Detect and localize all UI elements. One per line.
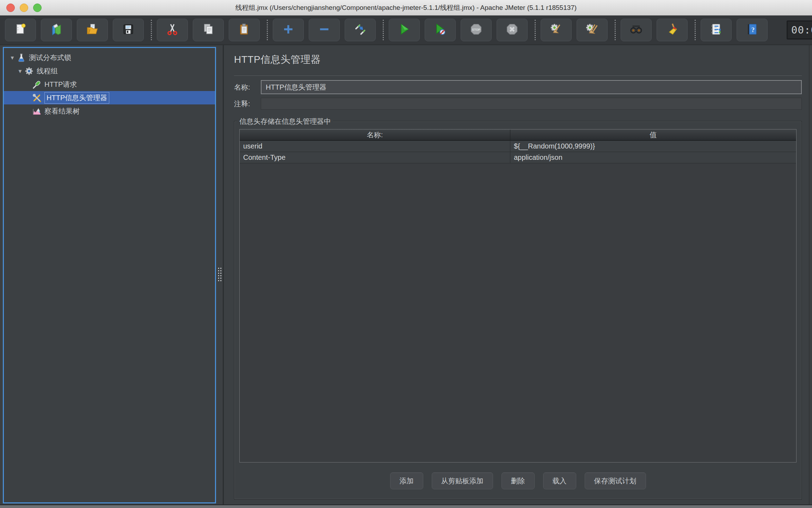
table-actions: 添加 从剪贴板添加 删除 载入 保存测试计划: [239, 462, 796, 499]
start-play-icon: [398, 23, 411, 37]
load-button[interactable]: 载入: [543, 472, 576, 489]
name-comment-fields: 名称: 注释:: [234, 75, 802, 113]
window-bottom-edge: [0, 504, 812, 508]
add-from-clipboard-button[interactable]: 从剪贴板添加: [432, 472, 493, 489]
paste-button[interactable]: [229, 19, 260, 41]
traffic-lights: [6, 4, 42, 12]
expand-triangle-icon[interactable]: ▼: [8, 55, 17, 61]
open-folder-icon: [86, 23, 99, 37]
help-book-icon: ?: [745, 23, 759, 37]
headers-table-scrollpane: 名称: 值 userid ${__Random(1000,9999)} Cont…: [239, 129, 796, 462]
shutdown-icon: [505, 23, 519, 37]
tree-item-label: 线程组: [37, 66, 58, 76]
start-button[interactable]: [389, 19, 420, 41]
header-value-cell[interactable]: ${__Random(1000,9999)}: [510, 140, 796, 152]
clear-gear-broom-icon: [549, 23, 563, 37]
paste-clipboard-icon: [238, 23, 251, 37]
toolbar-separator: [615, 20, 616, 40]
start-no-timers-icon: [433, 23, 447, 37]
name-label: 名称:: [234, 83, 261, 92]
tree-item-view-results-tree[interactable]: 察看结果树: [4, 104, 215, 118]
toolbar-separator: [267, 20, 268, 40]
templates-button[interactable]: [41, 19, 72, 41]
thread-group-icon: [24, 66, 34, 76]
function-helper-icon: [709, 23, 723, 37]
expand-triangle-icon[interactable]: ▼: [16, 68, 24, 74]
jmeter-window: 线程组.jmx (/Users/chengjiansheng/Component…: [0, 0, 812, 508]
search-binoculars-icon: [629, 23, 643, 37]
shutdown-button[interactable]: [497, 19, 528, 41]
function-helper-button[interactable]: [701, 19, 732, 41]
tree-item-test-plan[interactable]: ▼ 测试分布式锁: [4, 51, 215, 64]
test-plan-tree: ▼ 测试分布式锁 ▼ 线程组: [3, 47, 216, 503]
header-manager-icon: [32, 93, 42, 103]
cut-button[interactable]: [157, 19, 188, 41]
toolbar-separator: [383, 20, 384, 40]
copy-button[interactable]: [193, 19, 224, 41]
cut-scissors-icon: [166, 23, 179, 37]
name-row: 名称:: [234, 80, 802, 94]
toolbar: STOP: [0, 16, 812, 45]
header-name-cell[interactable]: userid: [240, 140, 510, 152]
tree-item-label: 测试分布式锁: [29, 53, 71, 62]
comment-input[interactable]: [261, 98, 802, 110]
zoom-button[interactable]: [33, 4, 42, 12]
tree-item-http-request[interactable]: HTTP请求: [4, 78, 215, 91]
clear-all-icon: [585, 23, 599, 37]
test-duration-timer: 00:00: [787, 20, 812, 40]
new-file-icon: [14, 23, 27, 37]
content-area: ▼ 测试分布式锁 ▼ 线程组: [0, 45, 812, 504]
clear-button[interactable]: [541, 19, 572, 41]
table-row: userid ${__Random(1000,9999)}: [240, 140, 796, 152]
panel-splitter[interactable]: [216, 45, 224, 504]
templates-icon: [50, 23, 63, 37]
svg-text:?: ?: [751, 26, 755, 34]
minimize-button[interactable]: [20, 4, 28, 12]
table-row: Content-Type application/json: [240, 152, 796, 163]
stop-icon: STOP: [469, 23, 483, 37]
stop-button[interactable]: STOP: [461, 19, 492, 41]
header-name-cell[interactable]: Content-Type: [240, 152, 510, 163]
remove-button[interactable]: [309, 19, 340, 41]
help-button[interactable]: ?: [737, 19, 768, 41]
open-button[interactable]: [77, 19, 108, 41]
add-button[interactable]: [273, 19, 304, 41]
new-button[interactable]: [5, 19, 36, 41]
toggle-icon: [353, 23, 367, 37]
save-button[interactable]: [113, 19, 144, 41]
start-no-timers-button[interactable]: [425, 19, 456, 41]
toolbar-separator: [695, 20, 696, 40]
reset-search-broom-icon: [665, 23, 679, 37]
comment-label: 注释:: [234, 99, 261, 109]
column-header-name[interactable]: 名称:: [240, 129, 510, 140]
close-button[interactable]: [6, 4, 15, 12]
column-header-value[interactable]: 值: [510, 129, 796, 140]
header-manager-panel: HTTP信息头管理器 名称: 注释: 信息头存储在信息头管理器中: [224, 45, 810, 504]
tree-item-label: HTTP请求: [44, 80, 77, 89]
splitter-grip-icon[interactable]: [217, 267, 222, 283]
toolbar-separator: [535, 20, 536, 40]
headers-groupbox-title: 信息头存储在信息头管理器中: [237, 117, 333, 126]
name-input[interactable]: [261, 80, 802, 94]
svg-text:STOP: STOP: [472, 28, 480, 31]
tree-item-label: HTTP信息头管理器: [44, 92, 109, 104]
tree-item-http-header-manager[interactable]: HTTP信息头管理器: [4, 91, 215, 104]
delete-row-button[interactable]: 删除: [502, 472, 535, 489]
toolbar-separator: [151, 20, 152, 40]
save-floppy-icon: [122, 23, 135, 37]
page-title: HTTP信息头管理器: [234, 53, 802, 66]
toggle-button[interactable]: [345, 19, 376, 41]
clear-all-button[interactable]: [577, 19, 608, 41]
test-plan-icon: [17, 53, 26, 62]
reset-search-button[interactable]: [657, 19, 688, 41]
search-button[interactable]: [621, 19, 652, 41]
save-test-plan-button[interactable]: 保存测试计划: [585, 472, 646, 489]
add-row-button[interactable]: 添加: [390, 472, 423, 489]
tree-item-label: 察看结果树: [44, 107, 80, 116]
http-request-icon: [32, 80, 42, 89]
minus-icon: [318, 23, 331, 37]
copy-icon: [202, 23, 215, 37]
tree-item-thread-group[interactable]: ▼ 线程组: [4, 64, 215, 78]
header-value-cell[interactable]: application/json: [510, 152, 796, 163]
headers-groupbox: 信息头存储在信息头管理器中 名称: 值 userid: [234, 121, 802, 500]
